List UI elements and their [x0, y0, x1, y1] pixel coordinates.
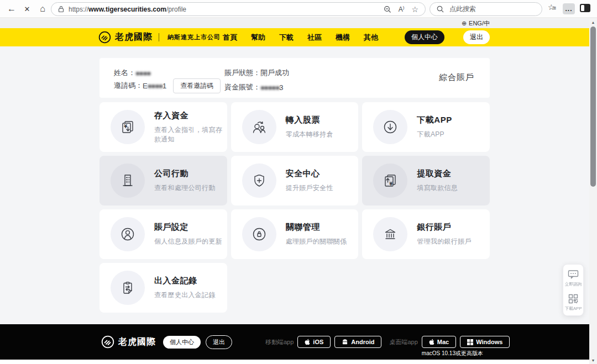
mobile-app-label: 移動端app [265, 338, 294, 346]
floating-side-widget: 立即諮詢 下載APP [563, 264, 584, 316]
account-type-label: 綜合賬戶 [439, 72, 474, 83]
apple-icon [429, 339, 434, 345]
card-title: 下載APP [417, 115, 452, 125]
mac-download-button[interactable]: Mac [422, 336, 456, 348]
screen: ← ✕ ⌂ https://www.tigersecurities.com/pr… [0, 0, 597, 364]
fund-account-label: 資金賬號： [224, 82, 260, 92]
windows-icon [467, 339, 473, 345]
zoom-out-icon[interactable] [384, 6, 391, 13]
nav-other[interactable]: 其他 [364, 33, 378, 43]
function-card-grid: ¥ 存入資金 查看入金指引，填寫存款通知 [100, 102, 490, 313]
android-download-button[interactable]: Android [334, 336, 381, 348]
stop-icon[interactable]: ✕ [20, 2, 34, 16]
more-menu-button[interactable]: ... [563, 3, 575, 14]
address-bar[interactable]: https://www.tigersecurities.com/profile … [51, 2, 426, 16]
site-logo[interactable]: 老虎國際 納斯達克上市公司 [98, 31, 221, 44]
footer-logo: 老虎國際 [101, 335, 156, 349]
footer-logout-button[interactable]: 退出 [206, 335, 232, 349]
scrollbar[interactable]: ▲ ▼ [589, 19, 597, 364]
card-transfer-stock[interactable]: 轉入股票 零成本轉移持倉 [231, 102, 359, 152]
search-box[interactable]: 点此搜索 [430, 2, 542, 16]
profile-center-button[interactable]: 個人中心 [405, 30, 444, 44]
card-bank-account[interactable]: 銀行賬戶 管理我的銀行賬戶 [362, 209, 490, 259]
card-association-management[interactable]: 關聯管理 處理賬戶的關聯關係 [231, 209, 359, 259]
consult-now-button[interactable]: 立即諮詢 [564, 270, 582, 287]
url-text: https://www.tigersecurities.com/profile [69, 6, 384, 13]
qr-code-icon [568, 294, 578, 304]
withdraw-funds-icon: ¥ [373, 163, 407, 198]
card-title: 安全中心 [286, 168, 333, 179]
site-navbar: 老虎國際 納斯達克上市公司 首頁 幫助 下載 社區 機構 其他 個人中心 退出 [0, 28, 589, 46]
card-subtitle: 零成本轉移持倉 [286, 130, 333, 139]
profile-info-panel: 姓名： ●●●● 邀請碼： E ●●●● 1 查看邀請碼 賬戶狀態： 開戶成功 … [100, 58, 490, 98]
card-download-app[interactable]: 下載APP 下載APP [362, 102, 490, 152]
split-screen-icon[interactable] [580, 4, 590, 12]
card-title: 賬戶設定 [154, 222, 222, 233]
card-subtitle: 查看入金指引，填寫存款通知 [154, 125, 227, 144]
android-icon [342, 339, 348, 345]
transfer-stock-icon [242, 110, 276, 144]
browser-toolbar: ← ✕ ⌂ https://www.tigersecurities.com/pr… [0, 0, 597, 18]
svg-text:¥: ¥ [124, 124, 128, 129]
windows-download-button[interactable]: Windows [460, 336, 510, 348]
home-icon[interactable]: ⌂ [35, 2, 50, 16]
account-status-label: 賬戶狀態： [224, 68, 260, 78]
logout-button[interactable]: 退出 [463, 30, 490, 44]
card-subtitle: 查看歷史出入金記錄 [154, 291, 216, 300]
invite-code-label: 邀請碼： [114, 81, 143, 91]
scroll-up-arrow[interactable]: ▲ [589, 19, 597, 26]
card-security-center[interactable]: 安全中心 提升賬戶安全性 [231, 156, 359, 205]
site-footer: 老虎國際 個人中心 退出 移動端app iOS Android 桌面端app M… [0, 324, 589, 360]
scrollbar-thumb[interactable] [590, 27, 596, 187]
chat-bubble-icon [568, 270, 579, 279]
invite-code-prefix: E [143, 82, 148, 90]
bank-account-icon [373, 217, 407, 251]
apple-icon [305, 339, 310, 345]
card-account-settings[interactable]: 賬戶設定 個人信息及賬戶的更新 [100, 209, 227, 259]
ios-download-button[interactable]: iOS [297, 336, 331, 348]
association-icon [242, 217, 276, 251]
globe-icon: ⊕ [462, 20, 467, 27]
search-icon [437, 6, 444, 13]
view-invite-code-button[interactable]: 查看邀請碼 [173, 78, 221, 93]
card-fund-records[interactable]: 出入金記錄 查看歷史出入金記錄 [100, 263, 227, 313]
back-icon[interactable]: ← [4, 2, 19, 16]
desktop-app-label: 桌面端app [389, 338, 417, 346]
card-title: 公司行動 [154, 168, 216, 179]
lock-icon [58, 6, 64, 13]
download-app-label: 下載APP [565, 305, 582, 311]
card-title: 轉入股票 [286, 115, 333, 125]
card-subtitle: 管理我的銀行賬戶 [417, 237, 471, 246]
card-title: 銀行賬戶 [417, 222, 471, 233]
favorite-star-icon[interactable]: ☆ [411, 5, 418, 14]
nav-institution[interactable]: 機構 [336, 33, 350, 43]
card-title: 存入資金 [154, 110, 227, 121]
card-title: 關聯管理 [286, 222, 347, 233]
card-subtitle: 提升賬戶安全性 [286, 183, 333, 193]
scroll-down-arrow[interactable]: ▼ [589, 357, 597, 364]
language-bar: ⊕ ENG/中 [0, 19, 589, 28]
footer-profile-center-button[interactable]: 個人中心 [163, 336, 201, 349]
nav-help[interactable]: 幫助 [251, 33, 265, 43]
invite-code-suffix: 1 [163, 82, 166, 90]
name-label: 姓名： [114, 68, 135, 78]
account-status-value: 開戶成功 [260, 68, 289, 78]
favorites-bar-icon[interactable]: ☆≡ [548, 3, 556, 12]
card-title: 提取資金 [417, 168, 458, 179]
language-switch[interactable]: ⊕ ENG/中 [100, 19, 490, 28]
nav-community[interactable]: 社區 [307, 33, 322, 43]
page-background: 姓名： ●●●● 邀請碼： E ●●●● 1 查看邀請碼 賬戶狀態： 開戶成功 … [0, 46, 589, 324]
search-placeholder: 点此搜索 [449, 4, 476, 14]
download-app-widget-button[interactable]: 下載APP [564, 294, 582, 312]
card-subtitle: 處理賬戶的關聯關係 [286, 237, 347, 246]
nav-download[interactable]: 下載 [279, 33, 294, 43]
card-corporate-action[interactable]: 公司行動 查看和處理公司行動 [100, 156, 227, 205]
card-deposit-funds[interactable]: ¥ 存入資金 查看入金指引，填寫存款通知 [100, 102, 227, 152]
fund-account-suffix: 3 [279, 83, 283, 92]
read-aloud-icon[interactable]: A) [399, 5, 405, 13]
account-settings-icon [111, 217, 145, 251]
card-subtitle: 個人信息及賬戶的更新 [154, 237, 222, 246]
tiger-logo-icon [98, 31, 111, 44]
card-withdraw-funds[interactable]: ¥ 提取資金 填寫取款信息 [362, 156, 490, 205]
nav-home[interactable]: 首頁 [223, 33, 237, 43]
